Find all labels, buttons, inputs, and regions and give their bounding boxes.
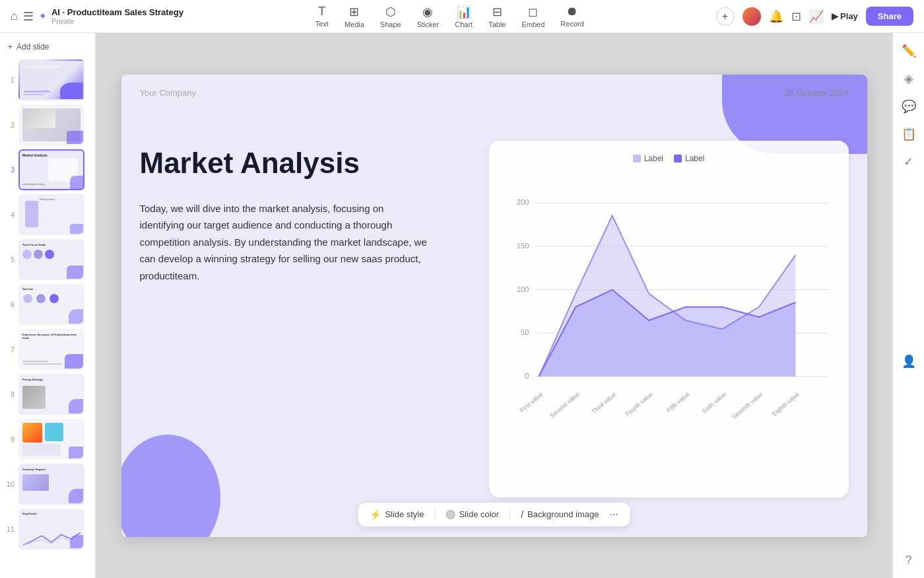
slide-item-7[interactable]: 7 Experience the power of Productiteam f… (5, 329, 90, 370)
share-button[interactable]: Share (866, 7, 913, 26)
stats-icon[interactable]: 📈 (809, 9, 824, 24)
tool-chart-label: Chart (455, 20, 473, 28)
help-icon[interactable]: ? (905, 554, 911, 567)
chart-svg: 200 150 100 50 0 (502, 171, 836, 462)
app-subtitle: Private (51, 17, 183, 25)
play-button[interactable]: ▶ Play (832, 11, 858, 21)
ai-logo: ✦ (39, 11, 46, 21)
tool-table[interactable]: ⊟ Table (488, 5, 506, 28)
slide-item-1[interactable]: 1 Productiteam Sales Strategy (5, 59, 90, 100)
svg-text:150: 150 (516, 241, 529, 249)
slide-item-2[interactable]: 2 (5, 104, 90, 145)
svg-text:100: 100 (516, 285, 529, 293)
add-slide-label: Add slide (16, 42, 49, 52)
home-icon[interactable]: ⌂ (11, 9, 18, 23)
bottom-toolbar: ⚡ Slide style Slide color / Background i… (358, 503, 630, 526)
slide-panel: + Add slide 1 Productiteam Sales Strateg… (0, 33, 96, 578)
comment-icon[interactable]: 💬 (902, 99, 916, 114)
canvas-area: Your Company 28 October 2024 Market Anal… (96, 33, 892, 578)
slide-item-4[interactable]: 4 Strategy content... (5, 194, 90, 235)
slide-number-11: 11 (5, 525, 15, 533)
slide-thumbnail-4[interactable]: Strategy content... (18, 194, 84, 235)
slide-number-8: 8 (5, 390, 15, 398)
tool-sticker-label: Sticker (417, 20, 440, 28)
notes-icon[interactable]: 📋 (902, 127, 916, 141)
slide-item-5[interactable]: 5 Team Focus Goals (5, 239, 90, 280)
legend-label-1: Label (644, 154, 663, 163)
slide-number-4: 4 (5, 211, 15, 219)
sticker-icon: ◉ (422, 5, 433, 19)
table-icon: ⊟ (492, 5, 502, 19)
svg-text:Fifth value: Fifth value (665, 390, 691, 414)
slide-canvas[interactable]: Your Company 28 October 2024 Market Anal… (121, 75, 867, 537)
bg-image-button[interactable]: / Background image (521, 509, 599, 520)
chart-container: Label Label 200 (489, 141, 849, 497)
svg-text:Seventh value: Seventh value (731, 390, 764, 420)
slide-number-2: 2 (5, 121, 15, 129)
slide-thumbnail-11[interactable]: Going Forward (18, 509, 84, 550)
media-icon: ⊞ (349, 5, 359, 19)
notification-icon[interactable]: 🔔 (769, 9, 783, 24)
slide-number-5: 5 (5, 256, 15, 264)
slide-thumbnail-5[interactable]: Team Focus Goals (18, 239, 84, 280)
slide-item-3[interactable]: 3 Market Analysis market analysis focusi… (5, 149, 90, 190)
slide-color-button[interactable]: Slide color (446, 509, 499, 519)
slide-item-11[interactable]: 11 Going Forward (5, 509, 90, 550)
embed-icon: ◻ (528, 5, 538, 19)
checklist-icon[interactable]: ✓ (904, 155, 913, 169)
slide-thumbnail-6[interactable]: Sales Team (18, 284, 84, 325)
tool-shape[interactable]: ⬡ Shape (380, 5, 401, 28)
shapes-icon[interactable]: ◈ (904, 71, 913, 86)
edit-icon[interactable]: ✏️ (902, 44, 916, 58)
tool-table-label: Table (488, 20, 506, 28)
slide-number-3: 3 (5, 166, 15, 174)
plus-icon: + (8, 42, 13, 52)
profile-icon[interactable]: 👤 (902, 354, 916, 369)
slide-thumbnail-7[interactable]: Experience the power of Productiteam fir… (18, 329, 84, 370)
svg-text:50: 50 (521, 328, 529, 336)
topbar-left: ⌂ ☰ ✦ AI · Productiteam Sales Strategy P… (11, 7, 183, 25)
tool-chart[interactable]: 📊 Chart (455, 5, 473, 28)
svg-text:Eighth value: Eighth value (771, 390, 801, 417)
tool-record[interactable]: ⏺ Record (560, 5, 583, 28)
main: + Add slide 1 Productiteam Sales Strateg… (0, 33, 924, 578)
legend-label-2: Label (685, 154, 704, 163)
legend-item-1: Label (633, 154, 663, 163)
record-icon: ⏺ (566, 5, 578, 18)
tool-text-label: Text (315, 20, 329, 28)
slide-thumbnail-2[interactable] (18, 104, 84, 145)
more-options-button[interactable]: ··· (609, 509, 618, 521)
present-icon[interactable]: ⊡ (791, 9, 801, 24)
menu-icon[interactable]: ☰ (23, 9, 34, 24)
slide-number-6: 6 (5, 301, 15, 308)
slide-thumbnail-3[interactable]: Market Analysis market analysis focusing… (18, 149, 84, 190)
slide-number-1: 1 (5, 76, 15, 84)
legend-dot-dark (674, 155, 682, 163)
svg-text:Third value: Third value (590, 390, 617, 415)
tool-sticker[interactable]: ◉ Sticker (417, 5, 440, 28)
slide-thumbnail-8[interactable]: Pricing Strategy (18, 374, 84, 415)
slide-title: Market Analysis (140, 147, 360, 179)
add-slide-button[interactable]: + Add slide (5, 38, 90, 55)
user-avatar[interactable] (742, 7, 761, 26)
slide-item-10[interactable]: 10 Customer Support (5, 464, 90, 505)
slide-style-button[interactable]: ⚡ Slide style (370, 509, 424, 520)
tool-embed[interactable]: ◻ Embed (521, 5, 544, 28)
svg-text:Second value: Second value (548, 390, 581, 419)
slide-date: 28 October 2024 (785, 88, 849, 98)
slide-thumbnail-1[interactable]: Productiteam Sales Strategy (18, 59, 84, 100)
slide-item-9[interactable]: 9 (5, 419, 90, 460)
slide-thumbnail-9[interactable] (18, 419, 84, 460)
slide-item-6[interactable]: 6 Sales Team (5, 284, 90, 325)
tool-text[interactable]: T Text (315, 5, 329, 28)
add-button[interactable]: + (716, 7, 735, 26)
chart-icon: 📊 (457, 5, 471, 19)
slide-style-icon: ⚡ (370, 509, 381, 520)
slide-thumbnail-10[interactable]: Customer Support (18, 464, 84, 505)
app-title: AI · Productiteam Sales Strategy (51, 7, 183, 17)
slide-number-10: 10 (5, 480, 15, 488)
tool-media[interactable]: ⊞ Media (345, 5, 364, 28)
slide-number-7: 7 (5, 345, 15, 353)
slide-item-8[interactable]: 8 Pricing Strategy (5, 374, 90, 415)
topbar-right: + 🔔 ⊡ 📈 ▶ Play Share (716, 7, 914, 26)
